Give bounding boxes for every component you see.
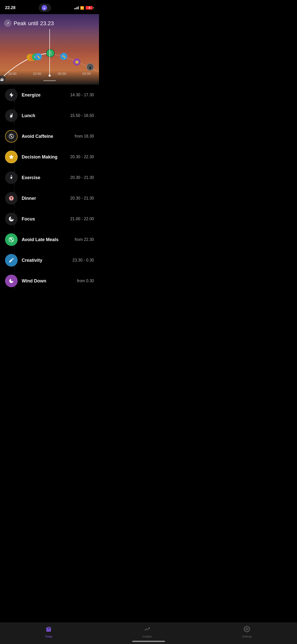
time-label-0000: 00:00	[58, 72, 66, 76]
focus-name: Focus	[22, 216, 35, 221]
status-icons: 🛜 8	[74, 6, 94, 10]
decision-making-time: 20.30 - 22.30	[70, 155, 94, 159]
focus-icon	[5, 213, 18, 225]
svg-text:✏️: ✏️	[62, 55, 66, 58]
schedule-list: Energize 14.30 - 17.30 Lunch 15.50 - 16.…	[0, 85, 99, 316]
lunch-icon	[5, 109, 18, 122]
chart-area: ↗ Peak until 23.23 ☕ 🏆 🏃 🧠 ✏️ 🍴 ✏️	[0, 14, 99, 85]
lunch-time: 15.50 - 16.50	[70, 113, 94, 118]
avoid-late-meals-name: Avoid Late Meals	[22, 237, 58, 242]
list-item[interactable]: Creativity 23.30 - 0.30	[0, 250, 99, 271]
time-label-0200: 02:00	[83, 72, 91, 76]
current-time-line	[49, 29, 50, 76]
decision-making-name: Decision Making	[22, 154, 57, 159]
dinner-icon	[5, 192, 18, 205]
list-item[interactable]: zz Wind Down from 0.30	[0, 271, 99, 291]
avoid-caffeine-icon	[5, 130, 18, 143]
svg-marker-18	[10, 92, 14, 98]
app-pill[interactable]: ▲	[39, 4, 51, 12]
exercise-time: 20.30 - 21.30	[70, 175, 94, 180]
peak-text: Peak until 23.23	[14, 19, 54, 27]
avoid-caffeine-name: Avoid Caffeine	[22, 134, 53, 139]
time-label-2000: 20:00	[8, 72, 17, 76]
arrow-icon: ▲	[42, 5, 47, 11]
energize-icon	[5, 89, 18, 101]
svg-text:✏️: ✏️	[37, 55, 40, 59]
svg-text:📱: 📱	[88, 66, 92, 69]
wind-down-time: from 0.30	[77, 279, 94, 283]
peak-icon: ↗	[4, 19, 12, 27]
creativity-icon	[5, 254, 18, 267]
exercise-icon	[5, 171, 18, 184]
avoid-caffeine-time: from 18.30	[75, 134, 94, 139]
list-item[interactable]: Lunch 15.50 - 16.50	[0, 105, 99, 126]
svg-rect-21	[11, 136, 12, 137]
list-item[interactable]: Exercise 20.30 - 21.30	[0, 167, 99, 188]
list-item[interactable]: Decision Making 20.30 - 22.30	[0, 147, 99, 167]
wifi-icon: 🛜	[80, 6, 84, 10]
svg-point-23	[11, 175, 12, 176]
creativity-time: 23.30 - 0.30	[73, 258, 94, 263]
dinner-name: Dinner	[22, 196, 36, 201]
svg-text:zz: zz	[10, 281, 12, 283]
exercise-name: Exercise	[22, 175, 40, 180]
time-label-2200: 22:00	[33, 72, 41, 76]
peak-label: ↗ Peak until 23.23	[4, 19, 54, 27]
avoid-late-meals-icon	[5, 233, 18, 246]
scroll-indicator	[43, 80, 56, 81]
status-time: 22.28	[5, 5, 15, 10]
battery-icon: 8	[86, 6, 94, 10]
dinner-time: 20.30 - 21.30	[70, 196, 94, 201]
list-item[interactable]: Avoid Caffeine from 18.30	[0, 126, 99, 147]
svg-text:☕: ☕	[0, 77, 4, 81]
status-bar: 22.28 ▲ 🛜 8	[0, 0, 99, 14]
wind-down-name: Wind Down	[22, 278, 46, 283]
lunch-name: Lunch	[22, 113, 35, 118]
energize-name: Energize	[22, 92, 41, 98]
decision-making-icon	[5, 151, 18, 163]
svg-text:😴: 😴	[75, 60, 79, 64]
list-item[interactable]: ▶ Focus 21.00 - 22.00	[0, 209, 99, 229]
list-item[interactable]: Avoid Late Meals from 22.30	[0, 229, 99, 250]
signal-icon	[74, 6, 79, 9]
list-item[interactable]: Dinner 20.30 - 21.30	[0, 188, 99, 209]
list-item[interactable]: Energize 14.30 - 17.30	[0, 85, 99, 105]
avoid-late-meals-time: from 22.30	[75, 237, 94, 242]
svg-point-24	[11, 199, 12, 200]
focus-time: 21.00 - 22.00	[70, 217, 94, 221]
creativity-name: Creativity	[22, 258, 42, 263]
energize-time: 14.30 - 17.30	[70, 93, 94, 97]
wind-down-icon: zz	[5, 275, 18, 287]
svg-marker-22	[9, 155, 14, 159]
